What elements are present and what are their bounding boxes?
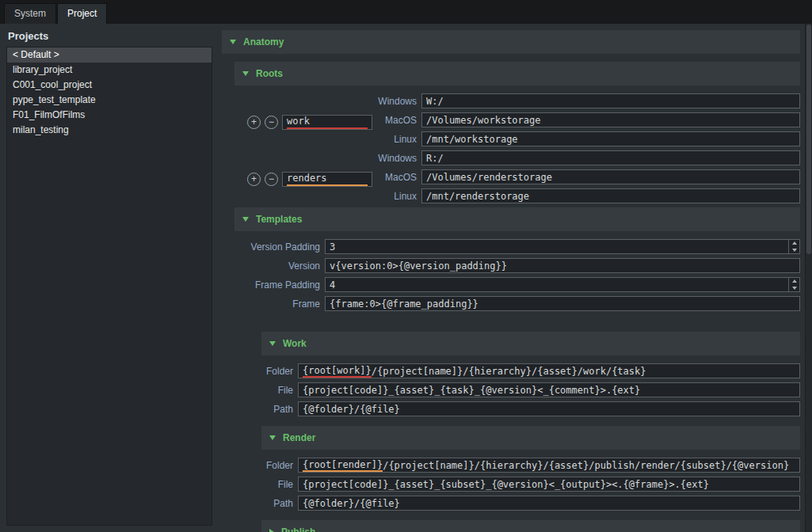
chevron-right-icon <box>269 529 274 532</box>
tab-project[interactable]: Project <box>57 3 107 24</box>
roots-body: + − work Windows <box>234 93 800 207</box>
linux-row: Linux <box>372 131 800 146</box>
settings-window: System Project Projects < Default > libr… <box>0 0 812 532</box>
render-path-input[interactable] <box>298 496 800 511</box>
folder-template-rest: /{project[name]}/{hierarchy}/{asset}/wor… <box>372 366 646 377</box>
render-folder-input[interactable]: {root[render]}/{project[name]}/{hierarch… <box>298 458 800 473</box>
frame-padding-row: Frame Padding 4 <box>247 277 800 292</box>
publish-header[interactable]: Publish <box>261 520 800 532</box>
spin-down-icon <box>792 287 797 290</box>
project-item[interactable]: library_project <box>7 63 212 78</box>
project-item-default[interactable]: < Default > <box>7 48 212 63</box>
macos-row: MacOS <box>372 112 800 127</box>
projects-sidebar: Projects < Default > library_project C00… <box>0 24 215 532</box>
work-folder-row: Folder {root[work]}/{project[name]}/{hie… <box>261 363 800 378</box>
work-title: Work <box>283 338 307 349</box>
version-template-input[interactable] <box>325 258 800 273</box>
work-header[interactable]: Work <box>261 332 800 355</box>
scrollbar-thumb[interactable] <box>806 25 811 254</box>
folder-label: Folder <box>261 366 293 377</box>
frame-padding-spinbox[interactable]: 4 <box>325 277 800 292</box>
version-padding-label: Version Padding <box>247 241 320 253</box>
render-file-row: File <box>261 477 800 492</box>
path-label: Path <box>261 404 293 415</box>
anatomy-header[interactable]: Anatomy <box>222 30 800 54</box>
root-name-value: work <box>287 116 368 129</box>
chevron-down-icon <box>269 435 276 440</box>
tab-system[interactable]: System <box>4 3 56 24</box>
root-platform-rows: Windows MacOS Linux <box>372 93 800 150</box>
file-label: File <box>261 385 293 396</box>
folder-label: Folder <box>261 460 293 471</box>
remove-root-button[interactable]: − <box>265 116 278 129</box>
window-content: Projects < Default > library_project C00… <box>0 24 812 532</box>
root-name-input[interactable]: renders <box>282 172 372 187</box>
tab-bar: System Project <box>0 0 812 24</box>
spin-down-button[interactable] <box>789 247 799 254</box>
render-path-row: Path <box>261 496 800 511</box>
project-item[interactable]: milan_testing <box>7 123 212 138</box>
roots-title: Roots <box>256 68 283 79</box>
path-label: Path <box>261 498 293 509</box>
chevron-down-icon <box>230 40 236 44</box>
linux-label: Linux <box>372 134 417 145</box>
add-root-button[interactable]: + <box>247 116 261 129</box>
linux-path-input[interactable] <box>421 188 800 203</box>
version-padding-spinbox[interactable]: 3 <box>325 239 800 254</box>
root-name-value: renders <box>287 173 368 186</box>
remove-root-button[interactable]: − <box>265 173 278 186</box>
frame-label: Frame <box>247 298 320 310</box>
linux-label: Linux <box>372 191 417 202</box>
version-row: Version <box>247 258 800 273</box>
linux-row: Linux <box>372 188 800 203</box>
version-padding-row: Version Padding 3 <box>247 239 800 254</box>
add-root-button[interactable]: + <box>247 173 261 186</box>
settings-panel: Anatomy Roots + <box>215 24 805 532</box>
spin-up-button[interactable] <box>789 278 799 285</box>
root-entry-controls: + − renders <box>247 172 372 187</box>
work-folder-input[interactable]: {root[work]}/{project[name]}/{hierarchy}… <box>298 363 800 378</box>
project-item[interactable]: F01_FilmOfFilms <box>7 108 212 123</box>
work-path-input[interactable] <box>298 401 800 416</box>
root-name-input[interactable]: work <box>282 115 372 130</box>
frame-template-input[interactable] <box>325 296 800 311</box>
project-list: < Default > library_project C001_cool_pr… <box>6 47 212 526</box>
render-section: Render Folder {root[render]}/{project[na… <box>261 426 800 511</box>
chevron-down-icon <box>242 217 249 222</box>
roots-header[interactable]: Roots <box>234 62 800 86</box>
sidebar-title: Projects <box>6 28 212 47</box>
windows-row: Windows <box>372 93 800 108</box>
linux-path-input[interactable] <box>421 131 800 146</box>
macos-label: MacOS <box>372 172 417 183</box>
root-entry-controls: + − work <box>247 115 372 130</box>
render-folder-row: Folder {root[render]}/{project[name]}/{h… <box>261 458 800 473</box>
work-body: Folder {root[work]}/{project[name]}/{hie… <box>261 363 800 416</box>
macos-label: MacOS <box>372 115 417 126</box>
project-item[interactable]: C001_cool_project <box>7 78 212 93</box>
vertical-scrollbar[interactable] <box>805 24 812 532</box>
work-file-input[interactable] <box>298 382 800 397</box>
windows-label: Windows <box>372 153 417 164</box>
frame-padding-label: Frame Padding <box>247 279 320 291</box>
spin-up-button[interactable] <box>789 240 799 247</box>
render-header[interactable]: Render <box>261 426 800 450</box>
macos-path-input[interactable] <box>421 112 800 127</box>
anatomy-section: Anatomy Roots + <box>222 30 800 532</box>
root-platform-rows: Windows MacOS Linux <box>372 150 800 207</box>
spin-down-button[interactable] <box>789 285 799 292</box>
macos-path-input[interactable] <box>421 169 800 184</box>
templates-section: Templates Version Padding 3 <box>234 207 800 532</box>
templates-header[interactable]: Templates <box>234 207 800 231</box>
frame-padding-value: 4 <box>330 279 335 291</box>
templates-body: Version Padding 3 Ver <box>234 239 800 532</box>
work-section: Work Folder {root[work]}/{project[name]}… <box>261 332 800 416</box>
windows-path-input[interactable] <box>421 150 800 165</box>
windows-path-input[interactable] <box>421 93 800 108</box>
templates-title: Templates <box>256 214 302 225</box>
frame-row: Frame <box>247 296 800 311</box>
chevron-down-icon <box>242 71 249 76</box>
render-file-input[interactable] <box>298 477 800 492</box>
publish-section: Publish <box>261 520 800 532</box>
publish-title: Publish <box>281 526 315 532</box>
project-item[interactable]: pype_test_template <box>7 93 212 108</box>
